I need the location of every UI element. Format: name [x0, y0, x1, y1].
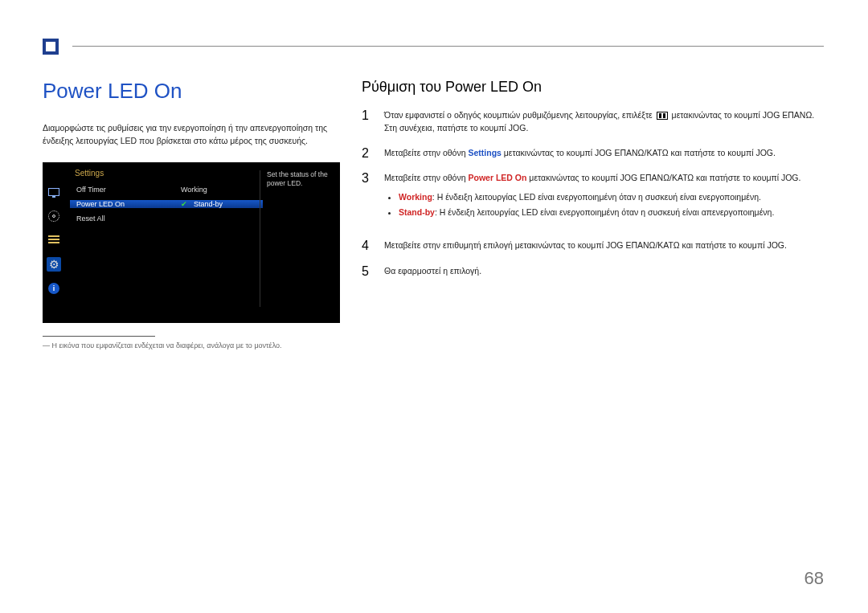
- keyword-standby: Stand-by: [399, 207, 435, 217]
- step-text: Μεταβείτε στην επιθυμητή επιλογή μετακιν…: [384, 239, 787, 253]
- step-number: 5: [362, 264, 373, 279]
- text: : Η ένδειξη λειτουργίας LED είναι ενεργο…: [435, 207, 774, 217]
- step-text: Όταν εμφανιστεί ο οδηγός κουμπιών ρυθμιζ…: [384, 108, 824, 135]
- text: : Η ένδειξη λειτουργίας LED είναι ενεργο…: [432, 192, 761, 202]
- option-list: Working: Η ένδειξη λειτουργίας LED είναι…: [384, 190, 800, 219]
- step-3: 3 Μεταβείτε στην οθόνη Power LED On μετα…: [362, 171, 824, 227]
- page-number: 68: [805, 568, 824, 589]
- list-item: Stand-by: Η ένδειξη λειτουργίας LED είνα…: [399, 206, 800, 219]
- header-rule: [72, 46, 824, 47]
- step-text: Μεταβείτε στην οθόνη Power LED On μετακι…: [384, 171, 800, 227]
- osd-main: Settings Off Timer Working Power LED On …: [65, 162, 340, 323]
- step-4: 4 Μεταβείτε στην επιθυμητή επιλογή μετακ…: [362, 239, 824, 253]
- subsection-heading: Ρύθμιση του Power LED On: [362, 79, 824, 96]
- osd-icon-column: ⚙ i: [43, 162, 65, 323]
- info-icon: i: [47, 281, 61, 296]
- step-5: 5 Θα εφαρμοστεί η επιλογή.: [362, 264, 824, 279]
- footnote-separator: [43, 336, 155, 337]
- chapter-marker: [43, 39, 59, 55]
- step-number: 3: [362, 171, 373, 227]
- step-text: Θα εφαρμοστεί η επιλογή.: [384, 264, 481, 279]
- osd-value: Stand-by: [174, 200, 263, 208]
- osd-label: Reset All: [70, 215, 174, 223]
- text: Όταν εμφανιστεί ο οδηγός κουμπιών ρυθμιζ…: [384, 110, 655, 120]
- step-2: 2 Μεταβείτε στην οθόνη Settings μετακινώ…: [362, 146, 824, 161]
- text: Μεταβείτε στην οθόνη: [384, 173, 468, 182]
- text: μετακινώντας το κουμπί JOG ΕΠΑΝΩ/ΚΑΤΩ κα…: [529, 173, 800, 182]
- keyword-power-led-on: Power LED On: [468, 173, 526, 182]
- target-icon: [47, 209, 61, 223]
- list-item: Working: Η ένδειξη λειτουργίας LED είναι…: [399, 190, 800, 204]
- monitor-icon: [47, 185, 61, 199]
- step-number: 4: [362, 239, 373, 253]
- step-text: Μεταβείτε στην οθόνη Settings μετακινώντ…: [384, 146, 776, 161]
- section-intro: Διαμορφώστε τις ρυθμίσεις για την ενεργο…: [43, 121, 340, 148]
- osd-screenshot: ⚙ i Settings Off Timer Working Power LED…: [43, 162, 340, 323]
- left-column: Power LED On Διαμορφώστε τις ρυθμίσεις γ…: [43, 79, 340, 349]
- osd-label: Off Timer: [70, 186, 174, 194]
- step-number: 2: [362, 146, 373, 161]
- section-heading: Power LED On: [43, 79, 340, 104]
- bars-icon: [47, 233, 61, 247]
- osd-tooltip: Set the status of the power LED.: [260, 170, 334, 307]
- gear-icon: ⚙: [47, 257, 61, 272]
- footnote-text: ― Η εικόνα που εμφανίζεται ενδέχεται να …: [43, 341, 340, 349]
- keyword-settings: Settings: [468, 148, 501, 157]
- keyword-working: Working: [399, 192, 432, 202]
- osd-label: Power LED On: [70, 200, 174, 208]
- step-1: 1 Όταν εμφανιστεί ο οδηγός κουμπιών ρυθμ…: [362, 108, 824, 135]
- text: μετακινώντας το κουμπί JOG ΕΠΑΝΩ/ΚΑΤΩ κα…: [504, 148, 776, 157]
- menu-icon: [657, 112, 668, 120]
- right-column: Ρύθμιση του Power LED On 1 Όταν εμφανιστ…: [362, 79, 824, 289]
- osd-value: Working: [174, 186, 263, 194]
- step-number: 1: [362, 108, 373, 135]
- text: Μεταβείτε στην οθόνη: [384, 148, 468, 157]
